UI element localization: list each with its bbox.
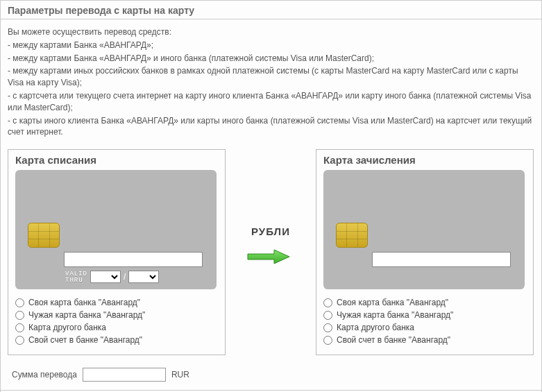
source-card-visual: VALID THRU / <box>15 170 217 289</box>
radio-input[interactable] <box>323 336 332 345</box>
destination-card-type-radios: Своя карта банка "Авангард" Чужая карта … <box>323 296 526 346</box>
cards-row: Карта списания VALID THRU / Своя карта б… <box>1 146 541 362</box>
destination-card-title: Карта зачисления <box>323 154 526 166</box>
source-radio-other-bank[interactable]: Карта другого банка <box>15 321 218 334</box>
middle-column: РУБЛИ <box>226 149 316 265</box>
amount-label: Сумма перевода <box>12 370 77 380</box>
destination-radio-own-avangard[interactable]: Своя карта банка "Авангард" <box>323 296 526 309</box>
chip-icon <box>28 223 60 248</box>
intro-line: - между картами Банка «АВАНГАРД» и иного… <box>8 53 534 65</box>
radio-input[interactable] <box>15 323 24 332</box>
section-title: Параметры перевода с карты на карту <box>1 1 541 19</box>
source-card-type-radios: Своя карта банка "Авангард" Чужая карта … <box>15 296 218 346</box>
destination-card-number-input[interactable] <box>372 252 511 267</box>
transfer-panel: Параметры перевода с карты на карту Вы м… <box>0 0 542 392</box>
destination-card-block: Карта зачисления Своя карта банка "Аванг… <box>316 149 534 355</box>
radio-label: Карта другого банка <box>28 323 106 332</box>
source-radio-own-avangard[interactable]: Своя карта банка "Авангард" <box>15 296 218 309</box>
svg-marker-0 <box>248 250 289 264</box>
chip-icon <box>336 223 368 248</box>
radio-label: Своя карта банка "Авангард" <box>337 298 448 307</box>
destination-radio-other-avangard[interactable]: Чужая карта банка "Авангард" <box>323 309 526 321</box>
expiry-separator: / <box>124 272 126 282</box>
radio-label: Чужая карта банка "Авангард" <box>28 310 145 320</box>
valid-thru-label: VALID THRU <box>65 271 87 284</box>
source-card-expiry: / <box>90 271 159 283</box>
amount-row: Сумма перевода RUR <box>1 362 541 390</box>
radio-input[interactable] <box>323 298 332 307</box>
amount-input[interactable] <box>83 368 166 382</box>
radio-input[interactable] <box>323 311 332 320</box>
amount-currency: RUR <box>171 370 189 380</box>
intro-line: - с картсчета или текущего счета интерне… <box>8 90 534 114</box>
destination-radio-other-bank[interactable]: Карта другого банка <box>323 321 526 334</box>
expiry-year-select[interactable] <box>128 271 159 283</box>
radio-label: Свой счет в банке "Авангард" <box>337 335 450 345</box>
radio-input[interactable] <box>15 311 24 320</box>
source-card-block: Карта списания VALID THRU / Своя карта б… <box>8 149 226 355</box>
radio-label: Карта другого банка <box>337 323 414 332</box>
intro-line: - с карты иного клиента Банка «АВАНГАРД»… <box>8 115 534 139</box>
source-radio-other-avangard[interactable]: Чужая карта банка "Авангард" <box>15 309 218 321</box>
radio-label: Чужая карта банка "Авангард" <box>337 310 453 320</box>
intro-line: Вы можете осуществить перевод средств: <box>8 26 534 38</box>
intro-text: Вы можете осуществить перевод средств: -… <box>1 19 541 146</box>
expiry-month-select[interactable] <box>90 271 121 283</box>
destination-radio-own-account[interactable]: Свой счет в банке "Авангард" <box>323 334 526 346</box>
source-radio-own-account[interactable]: Свой счет в банке "Авангард" <box>15 334 218 346</box>
source-card-title: Карта списания <box>15 154 218 166</box>
currency-label: РУБЛИ <box>251 225 290 237</box>
intro-line: - между картами иных российских банков в… <box>8 65 534 89</box>
source-card-number-input[interactable] <box>64 252 203 267</box>
radio-input[interactable] <box>15 298 24 307</box>
radio-input[interactable] <box>15 336 24 345</box>
destination-card-visual <box>323 170 525 289</box>
intro-line: - между картами Банка «АВАНГАРД»; <box>8 40 534 51</box>
radio-label: Своя карта банка "Авангард" <box>28 298 140 307</box>
radio-label: Свой счет в банке "Авангард" <box>28 335 142 345</box>
radio-input[interactable] <box>323 323 332 332</box>
arrow-right-icon <box>246 248 295 265</box>
